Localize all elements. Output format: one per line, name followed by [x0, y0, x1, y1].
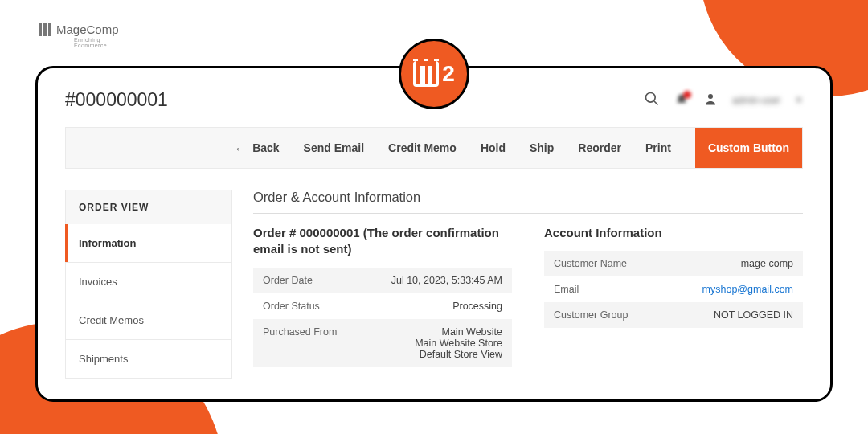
order-date-label: Order Date: [263, 275, 313, 286]
sidebar-item-information[interactable]: Information: [65, 224, 232, 263]
notifications-icon[interactable]: [674, 93, 689, 108]
badge-number: 2: [442, 61, 455, 87]
section-title: Order & Account Information: [253, 190, 803, 214]
reorder-button[interactable]: Reorder: [578, 141, 621, 154]
customer-name-row: Customer Name mage comp: [544, 251, 803, 276]
logo-text: MageComp: [56, 23, 119, 36]
customer-group-value: NOT LOGGED IN: [714, 309, 793, 321]
svg-line-1: [654, 100, 658, 104]
magecomp-logo: MageComp Enriching Ecommerce: [39, 23, 119, 37]
main-content: Order & Account Information Order # 0000…: [253, 190, 803, 379]
back-button[interactable]: ← Back: [234, 141, 279, 155]
hold-button[interactable]: Hold: [481, 141, 506, 154]
ship-button[interactable]: Ship: [530, 141, 554, 154]
sidebar-header: ORDER VIEW: [65, 190, 232, 224]
user-icon[interactable]: [703, 92, 718, 109]
svg-point-2: [708, 94, 713, 99]
sidebar-item-label: Shipments: [79, 353, 128, 365]
email-row: Email myshop@gmail.com: [544, 276, 803, 302]
customer-name-label: Customer Name: [554, 258, 627, 269]
order-title: Order # 000000001 (The order confirmatio…: [253, 225, 512, 258]
admin-panel: #000000001 admin-user ▼ ← Back Send Emai…: [35, 66, 833, 402]
purchased-from-value: Main Website Main Website Store Default …: [415, 326, 502, 360]
purchased-from-label: Purchased From: [263, 326, 337, 360]
account-title: Account Information: [544, 225, 803, 241]
search-icon[interactable]: [644, 91, 660, 110]
sidebar-item-label: Invoices: [79, 276, 117, 288]
action-toolbar: ← Back Send Email Credit Memo Hold Ship …: [65, 127, 803, 169]
order-status-value: Processing: [452, 301, 502, 312]
order-status-row: Order Status Processing: [253, 293, 512, 319]
customer-group-label: Customer Group: [554, 309, 628, 321]
credit-memo-button[interactable]: Credit Memo: [388, 141, 457, 154]
page-title: #000000001: [65, 89, 168, 111]
magento2-badge: 2: [399, 39, 469, 109]
sidebar-item-label: Credit Memos: [79, 314, 144, 326]
sidebar: ORDER VIEW Information Invoices Credit M…: [65, 190, 232, 379]
customer-name-value: mage comp: [741, 258, 793, 269]
email-label: Email: [554, 284, 579, 295]
order-date-row: Order Date Jul 10, 2023, 5:33:45 AM: [253, 268, 512, 293]
user-name[interactable]: admin-user: [732, 95, 780, 106]
sidebar-item-credit-memos[interactable]: Credit Memos: [65, 301, 232, 340]
user-caret-icon[interactable]: ▼: [795, 96, 803, 104]
notification-dot: [683, 91, 691, 99]
magento-m-icon: [413, 61, 439, 87]
order-column: Order # 000000001 (The order confirmatio…: [253, 225, 512, 367]
order-date-value: Jul 10, 2023, 5:33:45 AM: [391, 275, 502, 286]
logo-subtext: Enriching Ecommerce: [74, 37, 119, 48]
account-column: Account Information Customer Name mage c…: [544, 225, 803, 367]
sidebar-item-shipments[interactable]: Shipments: [65, 340, 232, 379]
header-actions: admin-user ▼: [644, 91, 803, 110]
order-status-label: Order Status: [263, 301, 320, 312]
back-label: Back: [252, 141, 279, 154]
magecomp-icon: [39, 23, 51, 36]
send-email-button[interactable]: Send Email: [304, 141, 364, 154]
info-columns: Order # 000000001 (The order confirmatio…: [253, 225, 803, 367]
sidebar-item-label: Information: [79, 237, 137, 249]
custom-button[interactable]: Custom Button: [695, 128, 802, 168]
back-arrow-icon: ←: [234, 141, 246, 155]
email-value[interactable]: myshop@gmail.com: [702, 284, 793, 295]
body: ORDER VIEW Information Invoices Credit M…: [65, 190, 803, 379]
sidebar-item-invoices[interactable]: Invoices: [65, 263, 232, 301]
customer-group-row: Customer Group NOT LOGGED IN: [544, 302, 803, 328]
purchased-from-row: Purchased From Main Website Main Website…: [253, 319, 512, 367]
svg-point-0: [646, 92, 656, 102]
print-button[interactable]: Print: [645, 141, 671, 154]
